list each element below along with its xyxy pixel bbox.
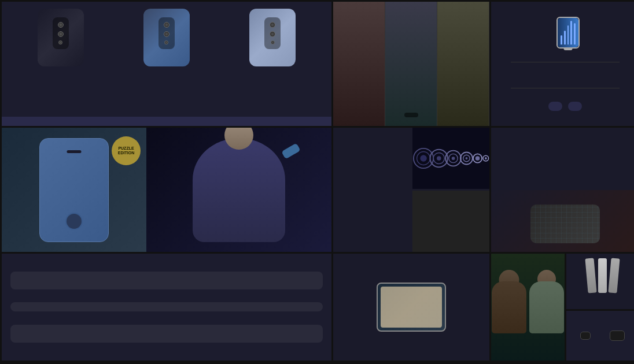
person-2-container: [529, 281, 564, 333]
person-body-2: [529, 281, 564, 333]
phone-display-visual: [377, 283, 446, 332]
phone-color-black: [38, 6, 84, 66]
portrait-label: [404, 113, 418, 117]
divider-1: [511, 62, 620, 62]
divider-2: [511, 88, 620, 88]
phone-held: [281, 143, 300, 159]
bar-2: [564, 31, 566, 45]
tuv-badge: [10, 325, 323, 343]
bar-1: [561, 35, 562, 44]
woman-photo-section: [146, 128, 331, 252]
charging-bars: [558, 18, 578, 47]
puzzle-badge: PUZZLEEDITION: [112, 136, 141, 165]
phone-image-black: [38, 9, 84, 66]
face-slice-2: [385, 2, 437, 126]
phone-color-glacier: [249, 6, 296, 66]
cell-bot-1: [2, 254, 331, 361]
bar-4: [570, 21, 572, 44]
face-slice-1: [333, 2, 385, 126]
selfie-persons-group: [492, 281, 564, 333]
cell-mid-right: [491, 128, 634, 252]
thin-phone-1: [585, 258, 597, 293]
lens-visual: [412, 128, 490, 189]
phone-outline: [556, 17, 580, 49]
phone-colors-row: [2, 2, 331, 66]
charging-visual: [558, 18, 578, 47]
cell-mid-center: [333, 128, 489, 252]
camera-visual-cell: [412, 128, 490, 189]
woman-silhouette: [193, 138, 285, 242]
puzzle-phone: [39, 138, 109, 242]
dual-video-cell: [412, 191, 490, 252]
svg-point-11: [465, 157, 467, 159]
phone-image-blue: [143, 9, 190, 66]
cell-top-mid: [333, 2, 489, 126]
puzzle-badge-text: PUZZLEEDITION: [118, 146, 134, 156]
brand-tagline-row: [2, 117, 331, 126]
pwm-badge: [10, 302, 323, 311]
camera-lens-6: [164, 40, 168, 44]
camera-lens-9: [271, 40, 275, 44]
lens-rings-svg: [412, 135, 490, 181]
selfie-section: [491, 254, 565, 361]
puzzle-section: PUZZLEEDITION: [2, 128, 146, 252]
selfie-people: [491, 254, 565, 361]
camera-bump-glacier: [264, 17, 281, 49]
cell-top-left: [2, 2, 331, 126]
camera-lens-5: [164, 31, 169, 37]
fingerprint-badge: [10, 272, 323, 289]
camera-lens-8: [270, 31, 275, 37]
woman-head: [224, 128, 253, 150]
mediatek-chip: [530, 205, 600, 244]
camera-mp-cell: [333, 128, 411, 189]
cell-bot-3: [491, 254, 634, 361]
portrait-faces: [333, 2, 489, 126]
svg-point-2: [420, 155, 426, 161]
cell-top-right: [491, 2, 634, 126]
ram-spec: [548, 102, 562, 111]
svg-point-15: [484, 157, 486, 159]
polymer-phones-visual: [587, 258, 618, 293]
svg-point-8: [451, 157, 455, 160]
bar-3: [567, 25, 569, 44]
thin-phone-3: [609, 258, 620, 293]
camera-lens-2: [58, 31, 64, 37]
camera-bump-blue: [158, 17, 175, 49]
portrait-section: [333, 2, 489, 126]
phone-image-glacier: [249, 9, 296, 66]
ram-rom-row: [548, 102, 582, 111]
chip-circuit: [530, 205, 600, 244]
camera-bump-black: [53, 17, 69, 49]
heat-section: [566, 254, 635, 309]
main-grid: PUZZLEEDITION: [0, 0, 634, 364]
cell-bot-2: [333, 254, 489, 361]
camera-lens-7: [270, 22, 275, 28]
mediatek-section: [491, 190, 634, 252]
bar-5: [574, 23, 576, 44]
cell-mid-left: PUZZLEEDITION: [2, 128, 331, 252]
svg-point-5: [436, 156, 441, 161]
thin-phone-2: [598, 258, 607, 293]
camera-lens-4: [164, 22, 169, 28]
face-slice-3: [437, 2, 489, 126]
person-body-1: [492, 281, 526, 333]
stereo-speakers-cell: [491, 128, 634, 190]
svg-point-13: [475, 156, 480, 161]
camera-lens-3: [58, 40, 62, 44]
dts-badge: [610, 330, 625, 341]
person-1-container: [492, 281, 526, 333]
camera-lens-1: [58, 22, 64, 28]
hires-badge: [580, 332, 591, 340]
audio-section: [566, 311, 635, 361]
eye-protection-cell: [333, 191, 411, 252]
rom-spec: [568, 102, 582, 111]
phone-color-blue: [143, 6, 190, 66]
